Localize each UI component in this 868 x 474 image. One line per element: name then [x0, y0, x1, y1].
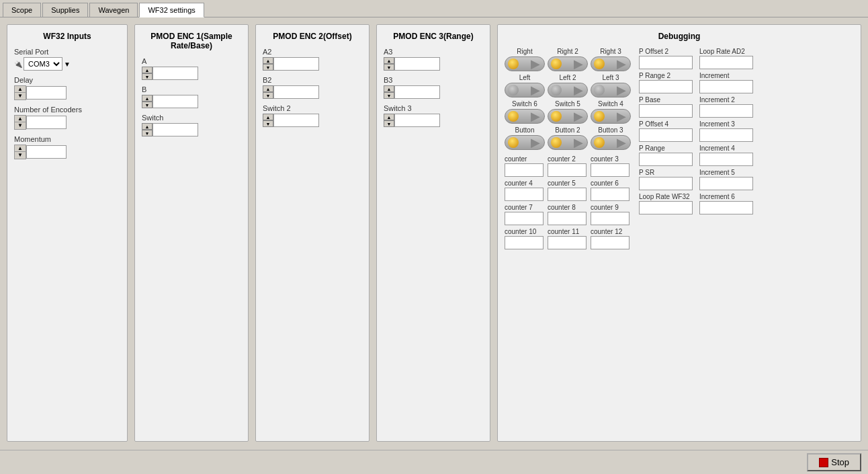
counter11-input[interactable]: 1	[548, 236, 587, 249]
param-p-range2-input[interactable]: 1	[639, 80, 693, 93]
btn-left2-led[interactable]: ▶	[548, 83, 588, 97]
param-p-range-input[interactable]: 1	[639, 153, 693, 166]
param-increment6-input[interactable]: 500000	[699, 201, 753, 214]
param-increment2-input[interactable]: 0.25	[699, 104, 753, 118]
enc2-a-input[interactable]: 33	[273, 57, 319, 71]
debug-buttons-counters: Right ▶ Right 2 ▶ Righ	[505, 48, 631, 252]
enc1-a-down[interactable]: ▼	[142, 73, 153, 80]
serial-port-dropdown-icon[interactable]: ▼	[64, 61, 71, 68]
tab-scope[interactable]: Scope	[3, 3, 41, 17]
num-encoders-up-btn[interactable]: ▲	[15, 116, 26, 122]
param-p-offset2-input[interactable]: 5	[639, 56, 693, 69]
counter1-input[interactable]: 0	[505, 163, 544, 177]
param-increment-input[interactable]: 2.5	[699, 80, 753, 93]
btn-right-label: Right	[517, 48, 532, 55]
btn-switch6: Switch 6 ▶	[505, 100, 545, 124]
counter2-input[interactable]: 12	[548, 163, 587, 177]
tab-wavegen[interactable]: Wavegen	[89, 3, 138, 17]
enc2-b-down[interactable]: ▼	[263, 92, 273, 99]
serial-port-select[interactable]: COM3	[24, 57, 62, 71]
enc1-b-input[interactable]: 29	[153, 95, 198, 108]
stop-button[interactable]: Stop	[807, 453, 861, 471]
enc2-switch-up[interactable]: ▲	[263, 114, 273, 120]
param-increment5-input[interactable]: 0.05	[699, 177, 753, 190]
enc3-a-down[interactable]: ▼	[384, 64, 394, 71]
btn-button3-led[interactable]: ▶	[591, 135, 631, 150]
enc1-switch-up[interactable]: ▲	[142, 123, 153, 130]
counter11-label: counter 11	[548, 228, 587, 235]
counter8-input[interactable]: 0	[548, 212, 587, 225]
enc2-b-input[interactable]: 34	[273, 85, 319, 99]
enc1-b-down[interactable]: ▼	[142, 102, 153, 108]
counter12-input[interactable]: 0	[591, 236, 630, 249]
momentum-down-btn[interactable]: ▼	[15, 152, 26, 159]
param-increment4-input[interactable]: -0.0025	[699, 153, 753, 166]
counter7-input[interactable]: 0	[505, 212, 544, 225]
num-encoders-input[interactable]: 3	[26, 116, 67, 129]
btn-button2-led[interactable]: ▶	[548, 135, 588, 150]
tab-bar: Scope Supplies Wavegen WF32 settings	[0, 0, 868, 17]
counter10-input[interactable]: 0	[505, 236, 544, 249]
param-increment3-input[interactable]: 0.001	[699, 128, 753, 142]
enc3-b-up[interactable]: ▲	[384, 85, 394, 92]
serial-port-label: Serial Port	[14, 48, 120, 56]
counter6: counter 6 19	[591, 180, 630, 201]
momentum-input[interactable]: 3	[26, 145, 67, 159]
momentum-up-btn[interactable]: ▲	[15, 145, 26, 152]
param-loop-rate-wf32-input[interactable]: 17	[639, 201, 693, 214]
param-p-base-label: P Base	[639, 96, 693, 104]
btn-button-label: Button	[515, 126, 535, 134]
counter11: counter 11 1	[548, 228, 587, 249]
delay-down-btn[interactable]: ▼	[15, 93, 26, 100]
tab-supplies[interactable]: Supplies	[42, 3, 88, 17]
counter3-input[interactable]: 28	[591, 163, 630, 177]
enc3-switch-input[interactable]: 41	[394, 114, 440, 127]
btn-switch5-led[interactable]: ▶	[548, 109, 588, 124]
btn-button3: Button 3 ▶	[591, 126, 631, 150]
debug-params: P Offset 2 5 P Range 2 1 P Base 3600 P O…	[639, 48, 753, 252]
btn-switch4-indicator	[594, 111, 605, 122]
btn-right-led[interactable]: ▶	[505, 56, 545, 71]
enc3-title: PMOD ENC 3(Range)	[384, 32, 483, 41]
param-p-offset4-input[interactable]: 0	[639, 128, 693, 142]
enc1-a-up[interactable]: ▲	[142, 67, 153, 73]
enc3-switch-up[interactable]: ▲	[384, 114, 394, 120]
enc2-b-up[interactable]: ▲	[263, 85, 273, 92]
enc3-a-up[interactable]: ▲	[384, 57, 394, 64]
btn-left3-led[interactable]: ▶	[591, 83, 631, 97]
counter5-input[interactable]: 12	[548, 188, 587, 201]
enc3-b-down[interactable]: ▼	[384, 92, 394, 99]
enc3-b-input[interactable]: 40	[394, 85, 440, 99]
counter6-input[interactable]: 19	[591, 188, 630, 201]
counter4-input[interactable]: 0	[505, 188, 544, 201]
btn-switch6-label: Switch 6	[512, 100, 537, 108]
enc1-a-input[interactable]: 28	[153, 67, 198, 80]
param-p-offset4-label: P Offset 4	[639, 120, 693, 128]
btn-switch4-led[interactable]: ▶	[591, 109, 631, 124]
enc1-switch-input[interactable]: 30	[153, 123, 198, 136]
counter9-input[interactable]: 19	[591, 212, 630, 225]
delay-up-btn[interactable]: ▲	[15, 86, 26, 93]
param-p-base-input[interactable]: 3600	[639, 104, 693, 118]
btn-right3-led[interactable]: ▶	[591, 56, 631, 71]
delay-input[interactable]: 50	[26, 86, 67, 100]
enc1-b-up[interactable]: ▲	[142, 95, 153, 102]
btn-button-led[interactable]: ▶	[505, 135, 545, 150]
enc2-switch-down[interactable]: ▼	[263, 120, 273, 127]
btn-switch6-led[interactable]: ▶	[505, 109, 545, 124]
tab-wf32-settings[interactable]: WF32 settings	[139, 3, 204, 17]
enc2-a-up[interactable]: ▲	[263, 57, 273, 64]
btn-switch6-indicator	[508, 111, 519, 122]
enc2-a-down[interactable]: ▼	[263, 64, 273, 71]
param-p-sr-input[interactable]: 1E+6	[639, 177, 693, 190]
param-loop-rate-ad2-input[interactable]: 31	[699, 56, 753, 69]
enc1-switch-down[interactable]: ▼	[142, 130, 153, 136]
enc3-switch-down[interactable]: ▼	[384, 120, 394, 127]
enc2-switch-input[interactable]: 35	[273, 114, 319, 127]
num-encoders-down-btn[interactable]: ▼	[15, 122, 26, 129]
enc3-a-input[interactable]: 39	[394, 57, 440, 71]
btn-right2-led[interactable]: ▶	[548, 56, 588, 71]
enc1-b-group: B ▲ ▼ 29	[142, 85, 241, 108]
btn-left-led[interactable]: ▶	[505, 83, 545, 97]
btn-switch4: Switch 4 ▶	[591, 100, 631, 124]
